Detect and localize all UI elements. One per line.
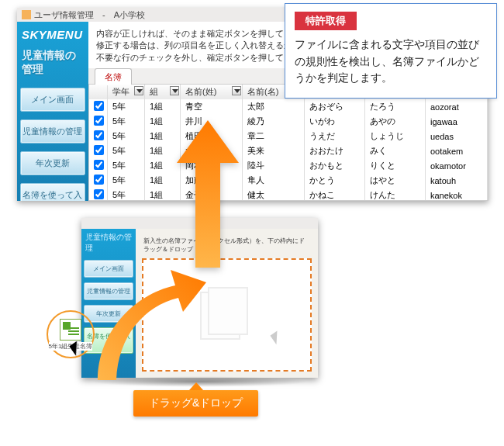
cell: あおぞら: [305, 99, 365, 114]
table-row: 5年1組植田章二うえだしょうじuedas: [89, 129, 488, 143]
cell: かねこ: [305, 188, 365, 201]
cell: 青空: [181, 99, 243, 114]
cell: 5年: [108, 114, 145, 129]
file-icon-circle: 5年1組生徒名簿: [47, 310, 95, 358]
page-title: 児童情報の管理: [20, 49, 85, 80]
cell: 1組: [145, 173, 181, 188]
cell: aozorat: [426, 99, 488, 114]
cell: 1組: [145, 143, 181, 158]
cell: 美来: [243, 143, 305, 158]
cell: 大竹: [181, 143, 243, 158]
cell: igawaa: [426, 114, 488, 129]
cell: かとう: [305, 173, 365, 188]
cursor-icon: [71, 341, 84, 357]
callout: 特許取得 ファイルに含まれる文字や項目の並びの規則性を検出し、名簿ファイルかどう…: [285, 3, 497, 99]
cell: 1組: [145, 158, 181, 173]
nav-year-update[interactable]: 年次更新: [20, 151, 85, 175]
nav-student-info-s[interactable]: 児童情報の管理: [84, 282, 133, 300]
drag-drop-label: ドラッグ&ドロップ: [133, 390, 258, 417]
cell: おかもと: [305, 158, 365, 173]
nav-student-info[interactable]: 児童情報の管理: [20, 119, 85, 143]
nav-main-s[interactable]: メイン画面: [84, 260, 133, 278]
drop-zone[interactable]: [142, 258, 312, 372]
cell: 金子: [181, 188, 243, 201]
col-header[interactable]: [89, 85, 108, 99]
nav-main[interactable]: メイン画面: [20, 88, 85, 112]
excel-file-icon[interactable]: [60, 319, 81, 341]
roster-table: 学年組名前(姓)名前(名)かな(姓)かな(名)ユーザID 5年1組青空太郎あおぞ…: [89, 85, 488, 201]
window-title: ユーザ情報管理 - A小学校: [34, 9, 145, 21]
tab-roster[interactable]: 名簿: [95, 68, 132, 85]
table-row: 5年1組青空太郎あおぞらたろうaozorat: [89, 99, 488, 114]
cell: 章二: [243, 129, 305, 143]
titlebar-small: [81, 218, 318, 229]
nav-roster-enroll[interactable]: 名簿を使って入学: [20, 183, 85, 201]
cell: りくと: [365, 158, 426, 173]
cell: おおたけ: [305, 143, 365, 158]
cell: 5年: [108, 143, 145, 158]
cell: kanekok: [426, 188, 488, 201]
drop-hint: 新入生の名簿ファイル（エクセル形式）を、下の枠内にドラッグ＆ドロップ: [140, 233, 313, 257]
cell: 健太: [243, 188, 305, 201]
cell: 5年: [108, 173, 145, 188]
cell: いがわ: [305, 114, 365, 129]
cell: たろう: [365, 99, 426, 114]
nav-year-update-s[interactable]: 年次更新: [84, 305, 133, 323]
row-checkbox[interactable]: [94, 175, 104, 185]
cell: 1組: [145, 99, 181, 114]
document-icon: [200, 292, 254, 338]
table-row: 5年1組金子健太かねこけんたkanekok: [89, 188, 488, 201]
cell: uedas: [426, 129, 488, 143]
roster-table-wrap: 学年組名前(姓)名前(名)かな(姓)かな(名)ユーザID 5年1組青空太郎あおぞ…: [88, 84, 489, 201]
table-row: 5年1組大竹美来おおたけみくootakem: [89, 143, 488, 158]
row-checkbox[interactable]: [94, 160, 104, 170]
cell: 植田: [181, 129, 243, 143]
cell: 5年: [108, 158, 145, 173]
cell: 岡本: [181, 158, 243, 173]
cell: 1組: [145, 129, 181, 143]
patent-badge: 特許取得: [295, 12, 357, 30]
dropdown-icon[interactable]: [170, 86, 179, 95]
cell: ootakem: [426, 143, 488, 158]
cell: みく: [365, 143, 426, 158]
cell: 加藤: [181, 173, 243, 188]
col-header[interactable]: 名前(姓): [181, 85, 243, 99]
cell: katouh: [426, 173, 488, 188]
cell: うえだ: [305, 129, 365, 143]
cell: 隼人: [243, 173, 305, 188]
cell: あやの: [365, 114, 426, 129]
cell: しょうじ: [365, 129, 426, 143]
col-header[interactable]: 学年: [108, 85, 145, 99]
cell: 5年: [108, 99, 145, 114]
cell: 1組: [145, 188, 181, 201]
cell: 太郎: [243, 99, 305, 114]
table-row: 5年1組井川綾乃いがわあやのigawaa: [89, 114, 488, 129]
cursor-ghost-icon: [272, 331, 285, 348]
row-checkbox[interactable]: [94, 101, 104, 111]
cell: はやと: [365, 173, 426, 188]
cell: 井川: [181, 114, 243, 129]
dropdown-icon[interactable]: [232, 86, 241, 95]
col-header[interactable]: 組: [145, 85, 181, 99]
sidebar-small: 児童情報の管理 メイン画面 児童情報の管理 年次更新 名簿を使って入学: [81, 229, 136, 378]
table-row: 5年1組加藤隼人かとうはやとkatouh: [89, 173, 488, 188]
row-checkbox[interactable]: [94, 145, 104, 155]
row-checkbox[interactable]: [94, 116, 104, 126]
cell: 綾乃: [243, 114, 305, 129]
cell: 1組: [145, 114, 181, 129]
row-checkbox[interactable]: [94, 130, 104, 140]
sidebar: SKYMENU 児童情報の管理 メイン画面 児童情報の管理 年次更新 名簿を使っ…: [17, 22, 88, 201]
cell: けんた: [365, 188, 426, 201]
drop-window: 児童情報の管理 メイン画面 児童情報の管理 年次更新 名簿を使って入学 新入生の…: [81, 218, 318, 378]
drop-pane: 新入生の名簿ファイル（エクセル形式）を、下の枠内にドラッグ＆ドロップ: [136, 229, 318, 378]
page-title-small: 児童情報の管理: [84, 232, 133, 255]
cell: 5年: [108, 129, 145, 143]
callout-text: ファイルに含まれる文字や項目の並びの規則性を検出し、名簿ファイルかどうかを判定し…: [295, 36, 487, 87]
row-checkbox[interactable]: [94, 189, 104, 199]
dropdown-icon[interactable]: [134, 86, 143, 95]
brand-logo: SKYMENU: [20, 26, 85, 41]
app-icon: [22, 10, 31, 19]
cell: okamotor: [426, 158, 488, 173]
cell: 陸斗: [243, 158, 305, 173]
table-row: 5年1組岡本陸斗おかもとりくとokamotor: [89, 158, 488, 173]
